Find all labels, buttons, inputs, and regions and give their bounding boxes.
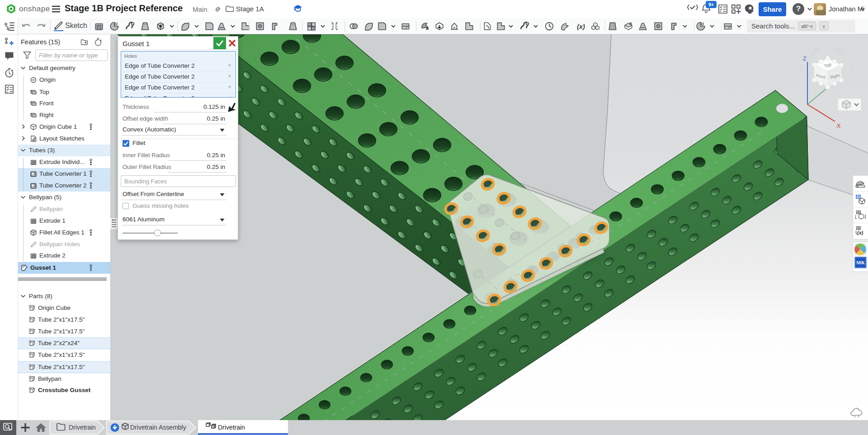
svg-text:(x): (x) [577,23,585,30]
svg-text:Z: Z [803,55,807,62]
svg-text:X: X [837,122,841,129]
svg-text:(x): (x) [857,230,863,235]
